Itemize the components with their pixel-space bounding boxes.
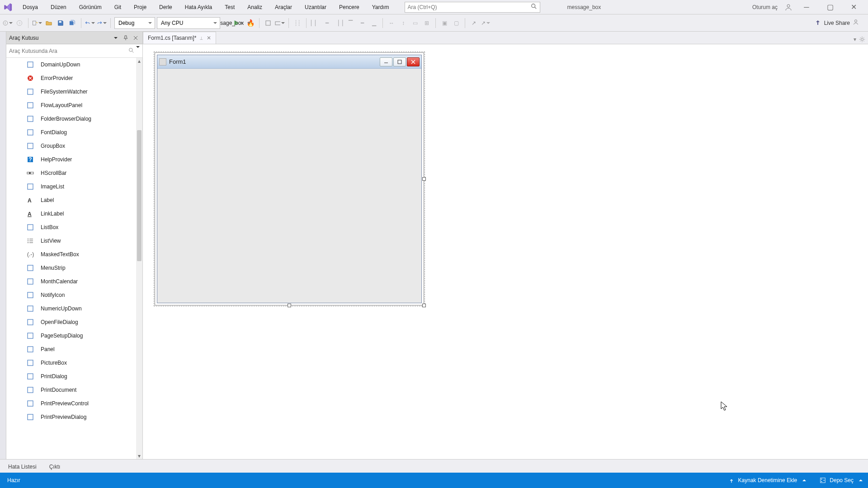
toolbox-item-helpprovider[interactable]: ?HelpProvider	[6, 153, 142, 166]
quick-launch-search[interactable]	[405, 2, 540, 13]
scroll-down-icon[interactable]: ▾	[136, 453, 142, 459]
toolbox-item-panel[interactable]: Panel	[6, 343, 142, 356]
form1-window[interactable]: Form1	[157, 55, 422, 303]
toolbox-item-imagelist[interactable]: ImageList	[6, 180, 142, 193]
toolbox-item-printdocument[interactable]: PrintDocument	[6, 383, 142, 397]
menu-git[interactable]: Git	[108, 0, 127, 14]
scroll-thumb[interactable]	[137, 130, 142, 261]
scroll-up-icon[interactable]: ▴	[136, 58, 142, 64]
tab-form1-design[interactable]: Form1.cs [Tasarım]* ⟂ ✕	[143, 32, 216, 44]
nav-forward-button[interactable]	[14, 18, 24, 28]
form-designer-surface[interactable]: Form1	[143, 44, 868, 459]
align-grid-button[interactable]: ┊┊	[292, 18, 302, 28]
menu-araclar[interactable]: Araçlar	[269, 0, 298, 14]
live-share-button[interactable]: Live Share	[814, 19, 865, 27]
toolbox-item-menustrip[interactable]: MenuStrip	[6, 261, 142, 275]
menu-yardim[interactable]: Yardım	[366, 0, 396, 14]
resize-handle-se[interactable]	[422, 304, 426, 307]
new-item-button[interactable]	[32, 18, 42, 28]
toolbox-item-printpreviewdialog[interactable]: PrintPreviewDialog	[6, 410, 142, 424]
toolbox-item-linklabel[interactable]: ALinkLabel	[6, 207, 142, 221]
signin-button[interactable]: Oturum aç	[752, 4, 778, 10]
solution-config-combo[interactable]: Debug	[114, 17, 155, 29]
window-maximize-button[interactable]: ▢	[821, 0, 839, 14]
toolbox-header[interactable]: Araç Kutusu	[6, 32, 142, 44]
toolbar-overflow-button[interactable]: ↗	[481, 18, 491, 28]
toolbox-item-flowlayoutpanel[interactable]: FlowLayoutPanel	[6, 99, 142, 112]
toolbox-options-button[interactable]	[112, 34, 120, 42]
window-close-button[interactable]: ✕	[844, 0, 863, 14]
size-to-grid-button[interactable]: ▭	[410, 18, 420, 28]
status-source-control[interactable]: Kaynak Denetimine Ekle	[728, 477, 807, 483]
form1-selection[interactable]: Form1	[155, 52, 424, 305]
menu-analiz[interactable]: Analiz	[241, 0, 269, 14]
menu-derle[interactable]: Derle	[153, 0, 179, 14]
toolbox-item-fontdialog[interactable]: FontDialog	[6, 126, 142, 139]
save-all-button[interactable]	[67, 18, 77, 28]
gear-icon[interactable]	[859, 36, 865, 44]
status-repo-select[interactable]: Depo Seç	[820, 477, 863, 483]
toolbox-search-input[interactable]	[9, 48, 128, 54]
menu-test[interactable]: Test	[218, 0, 241, 14]
align-middle-button[interactable]: ━	[357, 18, 367, 28]
open-file-button[interactable]	[44, 18, 54, 28]
pin-icon[interactable]: ⟂	[200, 35, 203, 41]
toolbox-item-printpreviewcontrol[interactable]: PrintPreviewControl	[6, 397, 142, 410]
vspacing-button[interactable]: ↕	[398, 18, 408, 28]
toolbox-item-monthcalendar[interactable]: MonthCalendar	[6, 275, 142, 288]
save-button[interactable]	[56, 18, 66, 28]
toolbox-item-printdialog[interactable]: PrintDialog	[6, 370, 142, 383]
toolbox-item-notifyicon[interactable]: NotifyIcon	[6, 288, 142, 302]
menu-dosya[interactable]: Dosya	[16, 0, 44, 14]
collapsed-rail[interactable]	[0, 32, 6, 459]
toolbox-item-hscrollbar[interactable]: HScrollBar	[6, 166, 142, 180]
tab-cikti[interactable]: Çıktı	[43, 461, 67, 473]
toolbox-item-pagesetupdialog[interactable]: PageSetupDialog	[6, 329, 142, 343]
form-minimize-button[interactable]	[380, 57, 392, 66]
menu-duzen[interactable]: Düzen	[44, 0, 73, 14]
menu-proje[interactable]: Proje	[127, 0, 153, 14]
solution-platform-combo[interactable]: Any CPU	[157, 17, 220, 29]
toolbox-pin-button[interactable]	[122, 34, 130, 42]
tab-close-button[interactable]: ✕	[207, 35, 211, 41]
tab-hata-listesi[interactable]: Hata Listesi	[2, 461, 43, 473]
toolbox-item-numericupdown[interactable]: NumericUpDown	[6, 302, 142, 315]
toolbox-close-button[interactable]	[132, 34, 140, 42]
hspacing-button[interactable]: ↔	[387, 18, 396, 28]
form-close-button[interactable]	[407, 57, 420, 66]
resize-handle-s[interactable]	[288, 304, 291, 307]
toolbox-search-dropdown[interactable]	[136, 48, 140, 54]
tab-order-button[interactable]: ↗	[469, 18, 479, 28]
toolbox-search[interactable]	[6, 44, 142, 58]
toolbox-item-listview[interactable]: ListView	[6, 234, 142, 248]
align-top-button[interactable]: ▔	[345, 18, 355, 28]
toolbox-item-domainupdown[interactable]: DomainUpDown	[6, 58, 142, 71]
send-back-button[interactable]: ▢	[451, 18, 461, 28]
toolbox-item-openfiledialog[interactable]: OpenFileDialog	[6, 315, 142, 329]
quick-launch-input[interactable]	[405, 4, 531, 10]
undo-button[interactable]	[85, 18, 95, 28]
align-center-button[interactable]: ━	[322, 18, 332, 28]
toolbox-scrollbar[interactable]: ▴ ▾	[136, 58, 142, 459]
resize-handle-e[interactable]	[422, 177, 426, 181]
tab-overflow-button[interactable]: ▾	[854, 36, 856, 44]
align-left-button[interactable]: ▏▏	[310, 18, 320, 28]
nav-back-button[interactable]	[3, 18, 13, 28]
toolbox-item-label[interactable]: ALabel	[6, 193, 142, 207]
toolbar-btn-2[interactable]	[275, 18, 285, 28]
start-debug-button[interactable]: message_box	[222, 18, 232, 28]
toolbox-item-errorprovider[interactable]: ErrorProvider	[6, 71, 142, 85]
toolbox-item-groupbox[interactable]: GroupBox	[6, 139, 142, 153]
redo-button[interactable]	[97, 18, 107, 28]
menu-gorunum[interactable]: Görünüm	[73, 0, 108, 14]
align-right-button[interactable]: ▕▕	[334, 18, 344, 28]
center-horiz-button[interactable]: ⊞	[422, 18, 432, 28]
form-maximize-button[interactable]	[393, 57, 406, 66]
toolbox-item-picturebox[interactable]: PictureBox	[6, 356, 142, 370]
bring-front-button[interactable]: ▣	[439, 18, 449, 28]
menu-hata[interactable]: Hata Ayıkla	[179, 0, 218, 14]
start-without-debug-button[interactable]	[234, 18, 244, 28]
toolbox-item-folderbrowserdialog[interactable]: FolderBrowserDialog	[6, 112, 142, 126]
menu-pencere[interactable]: Pencere	[333, 0, 366, 14]
menu-uzantilar[interactable]: Uzantılar	[298, 0, 333, 14]
